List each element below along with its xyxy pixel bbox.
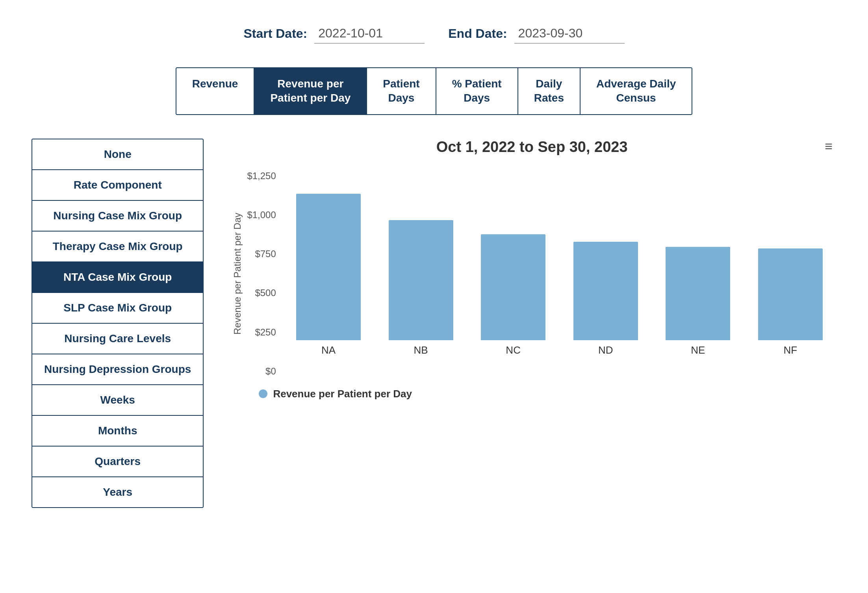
tab-avg-daily-census[interactable]: Adverage Daily Census xyxy=(581,68,692,114)
sidebar-item-slp-case-mix-group[interactable]: SLP Case Mix Group xyxy=(32,293,203,324)
chart-body: NANBNCNDNENF xyxy=(282,171,836,376)
start-date-field: Start Date: xyxy=(243,24,425,44)
end-date-input[interactable] xyxy=(514,24,625,44)
sidebar-item-nursing-depression-groups[interactable]: Nursing Depression Groups xyxy=(32,354,203,385)
bar-group-ne: NE xyxy=(652,171,744,356)
start-date-input[interactable] xyxy=(314,24,425,44)
sidebar-item-years[interactable]: Years xyxy=(32,477,203,507)
bar-group-nf: NF xyxy=(744,171,836,356)
sidebar-item-nursing-case-mix-group[interactable]: Nursing Case Mix Group xyxy=(32,201,203,232)
start-date-label: Start Date: xyxy=(243,26,307,41)
tab-pct-patient-days[interactable]: % Patient Days xyxy=(436,68,518,114)
tab-revenue-per-patient-per-day[interactable]: Revenue per Patient per Day xyxy=(254,68,367,114)
menu-icon[interactable]: ≡ xyxy=(825,139,833,154)
sidebar-item-months[interactable]: Months xyxy=(32,416,203,447)
chart-area: Oct 1, 2022 to Sep 30, 2023 ≡ Revenue pe… xyxy=(227,139,836,400)
bar-group-nd: ND xyxy=(559,171,652,356)
bar-label-nf: NF xyxy=(783,344,797,356)
bar-ne xyxy=(666,247,730,340)
chart-title: Oct 1, 2022 to Sep 30, 2023 xyxy=(227,139,836,156)
sidebar-item-nursing-care-levels[interactable]: Nursing Care Levels xyxy=(32,324,203,354)
y-label: $1,250 xyxy=(247,171,276,181)
bar-nb xyxy=(389,220,453,340)
sidebar: NoneRate ComponentNursing Case Mix Group… xyxy=(32,139,204,508)
date-row: Start Date: End Date: xyxy=(32,24,836,44)
bar-label-na: NA xyxy=(321,344,336,356)
tab-revenue[interactable]: Revenue xyxy=(176,68,255,114)
sidebar-item-none[interactable]: None xyxy=(32,139,203,170)
legend-label: Revenue per Patient per Day xyxy=(273,388,412,400)
end-date-field: End Date: xyxy=(448,24,624,44)
y-label: $0 xyxy=(265,367,276,376)
bar-group-nb: NB xyxy=(375,171,467,356)
tab-row: RevenueRevenue per Patient per DayPatien… xyxy=(176,67,693,115)
bar-nc xyxy=(481,234,545,340)
y-axis-title: Revenue per Patient per Day xyxy=(232,213,243,335)
bar-label-nc: NC xyxy=(506,344,521,356)
bar-label-ne: NE xyxy=(691,344,705,356)
tab-patient-days[interactable]: Patient Days xyxy=(367,68,436,114)
main-content: NoneRate ComponentNursing Case Mix Group… xyxy=(32,139,836,508)
bar-group-nc: NC xyxy=(467,171,560,356)
sidebar-item-therapy-case-mix-group[interactable]: Therapy Case Mix Group xyxy=(32,232,203,262)
y-axis-title-container: Revenue per Patient per Day xyxy=(227,171,247,376)
y-label: $500 xyxy=(255,288,276,298)
y-label: $250 xyxy=(255,328,276,337)
sidebar-item-nta-case-mix-group[interactable]: NTA Case Mix Group xyxy=(32,262,203,293)
bar-nf xyxy=(758,248,823,340)
bar-nd xyxy=(573,242,638,340)
bar-group-na: NA xyxy=(282,171,375,356)
bar-label-nb: NB xyxy=(414,344,428,356)
bar-na xyxy=(296,194,361,340)
y-label: $750 xyxy=(255,249,276,259)
legend: Revenue per Patient per Day xyxy=(227,388,836,400)
y-axis: $1,250$1,000$750$500$250$0 xyxy=(247,171,282,376)
y-label: $1,000 xyxy=(247,210,276,220)
sidebar-item-weeks[interactable]: Weeks xyxy=(32,385,203,416)
sidebar-item-quarters[interactable]: Quarters xyxy=(32,447,203,477)
tab-daily-rates[interactable]: Daily Rates xyxy=(518,68,581,114)
sidebar-item-rate-component[interactable]: Rate Component xyxy=(32,170,203,201)
bars-container: NANBNCNDNENF xyxy=(282,171,836,376)
legend-dot xyxy=(259,389,267,398)
bar-label-nd: ND xyxy=(598,344,613,356)
chart-container: Revenue per Patient per Day $1,250$1,000… xyxy=(227,171,836,376)
end-date-label: End Date: xyxy=(448,26,507,41)
